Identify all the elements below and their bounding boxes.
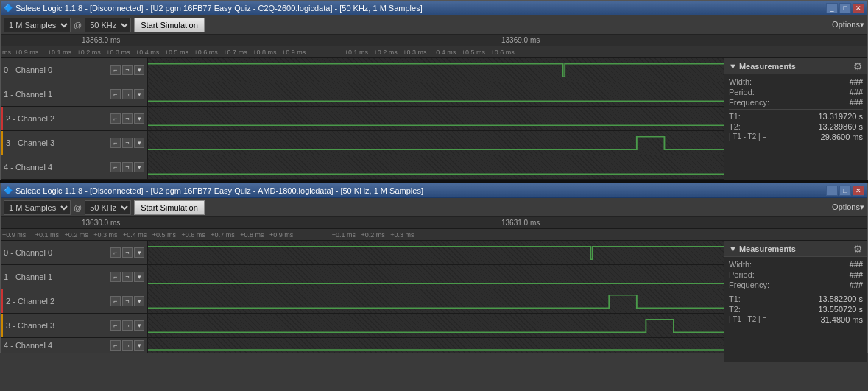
ch-ctrl-c-3-2[interactable]: ▾ bbox=[134, 320, 144, 331]
ch-ctrl-c-0-1[interactable]: ▾ bbox=[134, 65, 144, 75]
freq-select-1[interactable]: 50 KHz bbox=[85, 18, 131, 32]
channel-label-2-2: 2 - Channel 2 ⌐ ¬ ▾ bbox=[1, 289, 148, 313]
gear-icon-2[interactable]: ⚙ bbox=[853, 243, 863, 255]
ticks-1: ms +0.9 ms +0.1 ms +0.2 ms +0.3 ms +0.4 … bbox=[2, 49, 515, 56]
ch-ctrl-c-2-1[interactable]: ▾ bbox=[134, 113, 144, 124]
meas-width-row-2: Width: ### bbox=[729, 260, 863, 269]
channel-label-4-1: 4 - Channel 4 ⌐ ¬ ▾ bbox=[1, 155, 148, 179]
ch-ctrl-c-2-2[interactable]: ▾ bbox=[134, 296, 144, 306]
ch-ctrl-a-0-1[interactable]: ⌐ bbox=[110, 65, 121, 75]
ch-ctrl-b-3-2[interactable]: ¬ bbox=[122, 320, 133, 331]
time-right-2: 13631.0 ms bbox=[501, 219, 540, 227]
toolbar-1: 1 M Samples @ 50 KHz Start Simulation Op… bbox=[1, 15, 867, 35]
ch-ctrl-b-2-1[interactable]: ¬ bbox=[122, 113, 133, 124]
channel-name-3-2: 3 - Channel 3 bbox=[6, 321, 54, 330]
meas-divider-1 bbox=[729, 109, 863, 110]
ch-ctrl-b-0-2[interactable]: ¬ bbox=[122, 247, 133, 258]
ch-ctrl-a-1-2[interactable]: ⌐ bbox=[110, 272, 121, 282]
channel-label-0-2: 0 - Channel 0 ⌐ ¬ ▾ bbox=[1, 241, 148, 264]
meas-t1-row-2: T1: 13.582200 s bbox=[729, 295, 863, 303]
ch-ctrl-c-4-2[interactable]: ▾ bbox=[134, 340, 144, 351]
ch-ctrl-c-1-1[interactable]: ▾ bbox=[134, 89, 144, 99]
ch-ctrl-c-0-2[interactable]: ▾ bbox=[134, 247, 144, 258]
channels-area-2: ▼ Measurements ⚙ Width: ### Period: ### … bbox=[1, 241, 867, 353]
ch-ctrl-c-1-2[interactable]: ▾ bbox=[134, 272, 144, 282]
ch-ctrl-b-2-2[interactable]: ¬ bbox=[122, 296, 133, 306]
ch-ctrl-a-2-2[interactable]: ⌐ bbox=[110, 296, 121, 306]
channel-controls-2-1: ⌐ ¬ ▾ bbox=[110, 113, 144, 124]
ch-ctrl-b-4-1[interactable]: ¬ bbox=[122, 162, 133, 172]
maximize-btn-2[interactable]: □ bbox=[839, 186, 851, 196]
ch-ctrl-b-1-1[interactable]: ¬ bbox=[122, 89, 133, 99]
meas-width-label-2: Width: bbox=[729, 260, 752, 269]
tick-row-1: ms +0.9 ms +0.1 ms +0.2 ms +0.3 ms +0.4 … bbox=[1, 46, 867, 58]
minimize-btn-1[interactable]: _ bbox=[826, 3, 838, 13]
window-controls-2: _ □ ✕ bbox=[826, 186, 864, 196]
channel-name-0-1: 0 - Channel 0 bbox=[4, 66, 52, 74]
channel-name-3-1: 3 - Channel 3 bbox=[6, 138, 54, 147]
meas-width-value-1: ### bbox=[850, 77, 863, 86]
ch-ctrl-a-2-1[interactable]: ⌐ bbox=[110, 113, 121, 124]
channel-controls-4-2: ⌐ ¬ ▾ bbox=[110, 340, 144, 351]
channel-controls-0-1: ⌐ ¬ ▾ bbox=[110, 65, 144, 75]
meas-t1-label-1: T1: bbox=[729, 112, 741, 121]
options-btn-2[interactable]: Options▾ bbox=[832, 202, 864, 212]
at-label-1: @ bbox=[74, 21, 82, 29]
meas-freq-value-1: ### bbox=[850, 98, 863, 107]
window-controls-1: _ □ ✕ bbox=[826, 3, 864, 13]
channel-name-2-1: 2 - Channel 2 bbox=[6, 114, 54, 123]
channel-controls-3-2: ⌐ ¬ ▾ bbox=[110, 320, 144, 331]
ch-ctrl-a-4-1[interactable]: ⌐ bbox=[110, 162, 121, 172]
channel-controls-0-2: ⌐ ¬ ▾ bbox=[110, 247, 144, 258]
at-label-2: @ bbox=[74, 203, 82, 212]
ch-ctrl-a-4-2[interactable]: ⌐ bbox=[110, 340, 121, 351]
samples-select-2[interactable]: 1 M Samples bbox=[4, 200, 71, 215]
meas-t2-value-1: 13.289860 s bbox=[818, 122, 863, 131]
title-bar-left-1: 🔷 Saleae Logic 1.1.8 - [Disconnected] - … bbox=[4, 4, 423, 13]
gear-icon-1[interactable]: ⚙ bbox=[853, 60, 863, 72]
start-sim-btn-1[interactable]: Start Simulation bbox=[134, 18, 205, 32]
meas-t2-row-2: T2: 13.550720 s bbox=[729, 305, 863, 314]
window-2: 🔷 Saleae Logic 1.1.8 - [Disconnected] - … bbox=[0, 183, 868, 353]
meas-diff-value-1: 29.8600 ms bbox=[821, 133, 863, 141]
ch-ctrl-b-3-1[interactable]: ¬ bbox=[122, 138, 133, 148]
start-sim-btn-2[interactable]: Start Simulation bbox=[134, 200, 205, 215]
meas-diff-label-1: | T1 - T2 | = bbox=[729, 133, 766, 141]
measurements-header-2: ▼ Measurements ⚙ bbox=[724, 241, 867, 257]
minimize-btn-2[interactable]: _ bbox=[826, 186, 838, 196]
title-bar-2: 🔷 Saleae Logic 1.1.8 - [Disconnected] - … bbox=[1, 183, 867, 198]
ch-ctrl-c-4-1[interactable]: ▾ bbox=[134, 162, 144, 172]
meas-diff-label-2: | T1 - T2 | = bbox=[729, 315, 766, 324]
close-btn-2[interactable]: ✕ bbox=[853, 186, 864, 196]
meas-freq-label-1: Frequency: bbox=[729, 98, 769, 107]
maximize-btn-1[interactable]: □ bbox=[839, 3, 851, 13]
freq-select-2[interactable]: 50 KHz bbox=[85, 200, 131, 215]
meas-t2-value-2: 13.550720 s bbox=[818, 305, 863, 314]
channel-label-4-2: 4 - Channel 4 ⌐ ¬ ▾ bbox=[1, 338, 148, 353]
ch-ctrl-a-3-2[interactable]: ⌐ bbox=[110, 320, 121, 331]
ch-ctrl-b-0-1[interactable]: ¬ bbox=[122, 65, 133, 75]
channel-controls-3-1: ⌐ ¬ ▾ bbox=[110, 138, 144, 148]
ch-ctrl-a-0-2[interactable]: ⌐ bbox=[110, 247, 121, 258]
options-btn-1[interactable]: Options▾ bbox=[832, 20, 864, 29]
window-1: 🔷 Saleae Logic 1.1.8 - [Disconnected] - … bbox=[0, 0, 868, 180]
close-btn-1[interactable]: ✕ bbox=[853, 3, 864, 13]
meas-period-row-1: Period: ### bbox=[729, 88, 863, 96]
meas-t2-label-2: T2: bbox=[729, 305, 741, 314]
ch-ctrl-a-1-1[interactable]: ⌐ bbox=[110, 89, 121, 99]
meas-width-row-1: Width: ### bbox=[729, 77, 863, 86]
ch-ctrl-b-4-2[interactable]: ¬ bbox=[122, 340, 133, 351]
channel-controls-1-2: ⌐ ¬ ▾ bbox=[110, 272, 144, 282]
ch-ctrl-a-3-1[interactable]: ⌐ bbox=[110, 138, 121, 148]
meas-freq-value-2: ### bbox=[850, 281, 863, 289]
channel-name-1-1: 1 - Channel 1 bbox=[4, 90, 52, 99]
meas-period-label-1: Period: bbox=[729, 88, 755, 96]
meas-period-row-2: Period: ### bbox=[729, 270, 863, 279]
ticks-2: +0.9 ms +0.1 ms +0.2 ms +0.3 ms +0.4 ms … bbox=[2, 231, 414, 239]
ch-ctrl-c-3-1[interactable]: ▾ bbox=[134, 138, 144, 148]
time-left-1: 13368.0 ms bbox=[82, 36, 120, 44]
ch-ctrl-b-1-2[interactable]: ¬ bbox=[122, 272, 133, 282]
meas-t1-row-1: T1: 13.319720 s bbox=[729, 112, 863, 121]
samples-select-1[interactable]: 1 M Samples bbox=[4, 18, 71, 32]
meas-t1-value-2: 13.582200 s bbox=[818, 295, 863, 303]
